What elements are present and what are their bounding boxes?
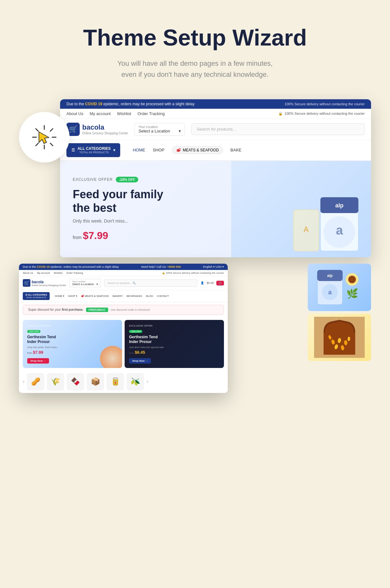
mockup-area: Due to the COVID 19 epidemic, orders may… bbox=[0, 99, 390, 479]
meat-icon: 🥩 bbox=[176, 148, 181, 152]
svg-text:a: a bbox=[336, 223, 343, 237]
s-menu-home[interactable]: HOME ▾ bbox=[55, 295, 64, 297]
product-img-3: 🍫 bbox=[67, 373, 84, 390]
location-selector[interactable]: Your Location Select a Location ▾ bbox=[134, 123, 185, 136]
cart-price: $0.00 bbox=[207, 281, 214, 285]
nav-home[interactable]: HOME bbox=[133, 148, 145, 152]
user-icon: 👤 bbox=[201, 281, 204, 285]
promo-code: FREE25BAC bbox=[86, 308, 108, 312]
s-menu-contact[interactable]: CONTACT bbox=[157, 295, 169, 297]
location-value: Select a Location ▾ bbox=[139, 129, 181, 133]
covid-text: COVID 19 bbox=[85, 102, 102, 106]
s-nav-secure: 🔒 100% Secure delivery without contactin… bbox=[162, 272, 224, 274]
svg-text:🌿: 🌿 bbox=[346, 288, 358, 299]
s-logo-text: bacola bbox=[32, 280, 66, 284]
price-amount: $7.99 bbox=[83, 230, 108, 241]
product-img-1: 🥜 bbox=[27, 373, 44, 390]
s-banner-dark: EXCLUSIVE OFFER -35% OFF Gerthesim TendI… bbox=[125, 320, 224, 368]
side-image-bag bbox=[308, 314, 371, 361]
categories-bar: ☰ ALL CATEGORIES TOTAL 63 PRODUCTS ▾ HOM… bbox=[60, 140, 371, 161]
svg-text:a: a bbox=[328, 289, 332, 296]
announcement-text: Due to the COVID 19 epidemic, orders may… bbox=[66, 102, 195, 106]
nav-link-tracking[interactable]: Order Tracking bbox=[138, 111, 165, 116]
right-side-images: alp a 🌿 bbox=[308, 264, 371, 361]
hero-subtitle: You will have all the demo pages in a fe… bbox=[100, 58, 290, 80]
svg-point-22 bbox=[348, 276, 356, 283]
s-nav: About Us My account Wishlist Order Track… bbox=[19, 270, 228, 276]
s-header: 🛒 bacola Online Grocery Shopping Center … bbox=[19, 276, 228, 290]
hero-title: Theme Setup Wizard bbox=[13, 25, 377, 50]
search-bar[interactable]: Search for products... bbox=[191, 123, 365, 135]
svg-marker-8 bbox=[39, 132, 49, 144]
s-menu-meats[interactable]: 🥩 MEATS & SEAFOOD bbox=[81, 295, 109, 297]
browser-large: Due to the COVID 19 epidemic, orders may… bbox=[60, 99, 371, 257]
location-label: Your Location bbox=[139, 125, 181, 129]
cursor-icon bbox=[19, 112, 70, 162]
s-main-menu: HOME ▾ SHOP ▾ 🥩 MEATS & SEAFOOD BAKERY B… bbox=[55, 295, 169, 297]
s-nav-links: About Us My account Wishlist Order Track… bbox=[23, 272, 83, 274]
s-product-item[interactable]: 🥫 bbox=[107, 373, 124, 390]
cart-icon[interactable]: 🛒 bbox=[216, 281, 224, 285]
s-product-item[interactable]: 📦 bbox=[87, 373, 104, 390]
s-menu-beverages[interactable]: BEVERAGES bbox=[127, 295, 142, 297]
svg-line-7 bbox=[36, 143, 38, 146]
scroll-left-icon[interactable]: ‹ bbox=[23, 379, 24, 384]
announcement-bar: Due to the COVID 19 epidemic, orders may… bbox=[60, 99, 371, 109]
logo-sub: Online Grocery Shopping Center bbox=[82, 132, 128, 135]
svg-line-6 bbox=[50, 129, 53, 131]
banner-price: from $7.99 bbox=[73, 230, 163, 242]
s-product-item[interactable]: 🫒 bbox=[127, 373, 144, 390]
s-search-bar[interactable]: Search for products... 🔍 bbox=[104, 279, 198, 287]
svg-line-4 bbox=[36, 129, 38, 131]
s-product-item[interactable]: 🍫 bbox=[67, 373, 84, 390]
promo-bar: Super discount for your first purchase. … bbox=[23, 305, 224, 315]
s-all-categories-button[interactable]: ☰ ALL CATEGORIESTOTAL 63 PRODUCTS bbox=[23, 292, 50, 300]
s-nav-wishlist[interactable]: Wishlist bbox=[54, 272, 63, 274]
menu-icon: ☰ bbox=[71, 148, 75, 152]
banner-image: alp a A bbox=[231, 161, 371, 257]
s-logo-icon: 🛒 bbox=[23, 279, 30, 287]
svg-text:alp: alp bbox=[327, 273, 332, 278]
lock-icon: 🔒 bbox=[278, 112, 283, 116]
nav-bar: About Us My account Wishlist Order Track… bbox=[60, 109, 371, 119]
side-image-product: alp a 🌿 bbox=[308, 264, 371, 311]
svg-text:alp: alp bbox=[335, 202, 344, 209]
s-menu-shop[interactable]: SHOP ▾ bbox=[68, 295, 77, 297]
nav-shop[interactable]: SHOP bbox=[153, 148, 164, 152]
s-product-item[interactable]: 🥜 bbox=[27, 373, 44, 390]
hero-banner: EXCLUSIVE OFFER -20% OFF Feed your famil… bbox=[60, 161, 371, 257]
s-shop-btn-2[interactable]: Shop Now → bbox=[129, 358, 151, 364]
product-img-4: 📦 bbox=[87, 373, 104, 390]
exclusive-badge: EXCLUSIVE OFFER -20% OFF bbox=[73, 177, 163, 182]
s-nav-about[interactable]: About Us bbox=[23, 272, 33, 274]
nav-bake[interactable]: BAKE bbox=[231, 148, 242, 152]
s-announcement-bar: Due to the COVID 19 epidemic, orders may… bbox=[19, 264, 228, 270]
logo-text: bacola bbox=[82, 123, 128, 132]
s-announcement-text: Due to the COVID 19 epidemic, orders may… bbox=[23, 265, 119, 268]
s-menu-bakery[interactable]: BAKERY bbox=[113, 295, 123, 297]
chevron-icon: ▾ bbox=[96, 283, 98, 286]
s-location-selector[interactable]: Your Location Select a Location ▾ bbox=[69, 279, 101, 287]
product-img-6: 🫒 bbox=[127, 373, 144, 390]
s-product-row: ‹ 🥜 🌾 🍫 📦 🥫 🫒 › bbox=[19, 371, 228, 393]
banner-content: EXCLUSIVE OFFER -20% OFF Feed your famil… bbox=[73, 177, 163, 242]
s-nav-tracking[interactable]: Order Tracking bbox=[66, 272, 83, 274]
all-categories-button[interactable]: ☰ ALL CATEGORIES TOTAL 63 PRODUCTS ▾ bbox=[66, 143, 120, 157]
exclusive-text: EXCLUSIVE OFFER bbox=[73, 177, 113, 182]
secure-text: 100% Secure delivery without contacting … bbox=[285, 102, 365, 106]
meats-badge[interactable]: 🥩 MEATS & SEAFOOD bbox=[172, 146, 223, 154]
s-menu-blog[interactable]: BLOG bbox=[146, 295, 153, 297]
s-nav-account[interactable]: My account bbox=[37, 272, 50, 274]
s-categories-bar: ☰ ALL CATEGORIESTOTAL 63 PRODUCTS HOME ▾… bbox=[19, 290, 228, 302]
nav-link-about[interactable]: About Us bbox=[66, 111, 83, 116]
s-banner-orange: EXCLUSIVE OFFER -20% OFF Gerthesim TendI… bbox=[23, 320, 122, 368]
s-product-item[interactable]: 🌾 bbox=[47, 373, 64, 390]
nav-link-wishlist[interactable]: Wishlist bbox=[117, 111, 131, 116]
s-user-icons: 👤 $0.00 🛒 bbox=[201, 281, 224, 285]
s-shop-btn-1[interactable]: Shop Now → bbox=[27, 358, 49, 364]
logo-area: 🛒 bacola Online Grocery Shopping Center bbox=[66, 123, 128, 136]
hero-section: Theme Setup Wizard You will have all the… bbox=[0, 0, 390, 99]
chevron-down-icon: ▾ bbox=[179, 129, 181, 133]
nav-link-account[interactable]: My account bbox=[90, 111, 110, 116]
scroll-right-icon[interactable]: › bbox=[146, 379, 148, 384]
